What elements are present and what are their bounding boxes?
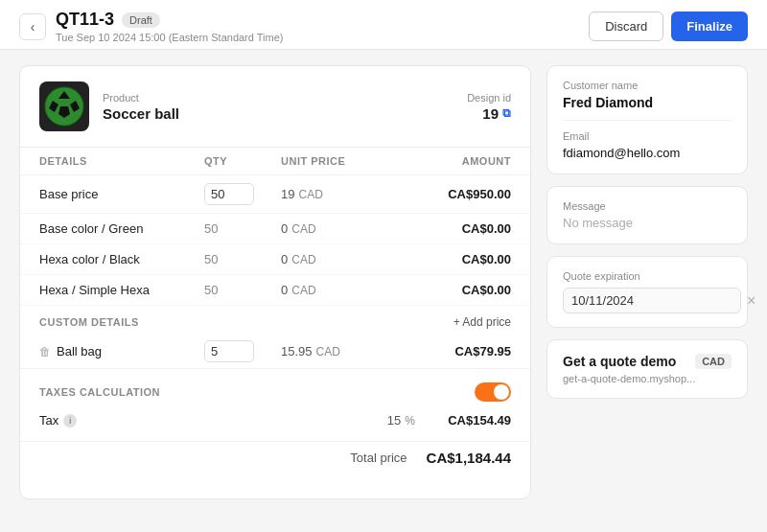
custom-unit-price-cell: 15.95 CAD (281, 344, 415, 359)
custom-row-name: 🗑 Ball bag (39, 344, 204, 359)
right-panel: Customer name Fred Diamond Email fdiamon… (546, 65, 748, 499)
row-name: Hexa / Simple Hexa (39, 283, 204, 297)
unit-price-cell: 0 CAD (281, 221, 415, 236)
main-content: Product Soccer ball Design id 19 ⧉ DETAI… (0, 50, 767, 515)
total-label: Total price (350, 451, 407, 465)
message-placeholder: No message (563, 216, 732, 230)
tax-amount: CA$154.49 (415, 413, 511, 428)
shop-card: Get a quote demo CAD get-a-quote-demo.my… (546, 339, 748, 399)
row-amount: CA$0.00 (415, 221, 511, 236)
back-button[interactable]: ‹ (19, 13, 46, 40)
custom-row-amount: CA$79.95 (415, 344, 511, 359)
unit-price-val: 0 (281, 252, 288, 266)
table-row: Hexa / Simple Hexa 50 0 CAD CA$0.00 (20, 275, 530, 306)
design-id-number: 19 (482, 105, 499, 122)
subtitle: Tue Sep 10 2024 15:00 (Eastern Standard … (56, 32, 283, 43)
customer-name-value: Fred Diamond (563, 95, 732, 110)
col-details-header: DETAILS (39, 155, 204, 167)
message-label: Message (563, 200, 732, 212)
currency-tag: CAD (291, 253, 315, 266)
custom-unit-price-val: 15.95 (281, 344, 313, 359)
row-amount: CA$950.00 (415, 187, 511, 201)
email-value: fdiamond@hello.com (563, 146, 732, 160)
message-card: Message No message (546, 186, 748, 244)
tax-info-icon[interactable]: i (63, 414, 77, 428)
qty-input[interactable] (204, 183, 254, 205)
row-amount: CA$0.00 (415, 283, 511, 297)
top-bar-left: ‹ QT11-3 Draft Tue Sep 10 2024 15:00 (Ea… (19, 10, 283, 43)
unit-price-val: 0 (281, 283, 288, 297)
currency-tag: CAD (291, 222, 315, 236)
shop-card-top: Get a quote demo CAD (563, 354, 732, 369)
total-row: Total price CA$1,184.44 (20, 441, 530, 474)
expiry-label: Quote expiration (563, 270, 732, 282)
product-name: Soccer ball (103, 105, 179, 122)
title-row: QT11-3 Draft (56, 10, 283, 30)
discard-button[interactable]: Discard (589, 12, 663, 41)
table-row: Base color / Green 50 0 CAD CA$0.00 (20, 214, 530, 244)
row-amount: CA$0.00 (415, 252, 511, 266)
custom-currency-tag: CAD (316, 345, 340, 359)
custom-section-label: CUSTOM DETAILS (39, 316, 139, 328)
taxes-header: TAXES CALCULATION (20, 377, 530, 407)
product-image (39, 81, 89, 131)
email-label: Email (563, 130, 732, 142)
top-actions: Discard Finalize (589, 12, 748, 41)
tax-label: Tax (39, 413, 58, 428)
left-panel: Product Soccer ball Design id 19 ⧉ DETAI… (19, 65, 531, 499)
unit-price-val: 19 (281, 187, 294, 201)
external-link-icon[interactable]: ⧉ (502, 106, 511, 120)
row-qty-static: 50 (204, 252, 281, 266)
tax-row: Tax i 15 % CA$154.49 (20, 407, 530, 433)
unit-price-val: 0 (281, 221, 288, 236)
unit-price-cell: 19 CAD (281, 187, 415, 201)
draft-badge: Draft (122, 12, 160, 28)
custom-item-name: Ball bag (57, 344, 102, 359)
details-table: DETAILS QTY UNIT PRICE AMOUNT Base price… (20, 148, 530, 481)
row-name: Hexa color / Black (39, 252, 204, 266)
toggle-knob (494, 384, 509, 400)
row-name: Base color / Green (39, 221, 204, 236)
product-header: Product Soccer ball Design id 19 ⧉ (20, 66, 530, 148)
col-qty-header: QTY (204, 155, 281, 167)
expiry-date-input[interactable] (563, 288, 741, 313)
custom-qty-input[interactable] (204, 340, 254, 362)
unit-price-cell: 0 CAD (281, 283, 415, 297)
design-id-value: 19 ⧉ (467, 105, 511, 122)
date-input-row: × (563, 288, 732, 313)
row-qty-static: 50 (204, 221, 281, 236)
design-id-area: Design id 19 ⧉ (467, 92, 511, 122)
finalize-button[interactable]: Finalize (671, 12, 748, 41)
add-price-button[interactable]: + Add price (453, 315, 511, 329)
unit-price-cell: 0 CAD (281, 252, 415, 266)
title-area: QT11-3 Draft Tue Sep 10 2024 15:00 (East… (56, 10, 283, 43)
back-icon: ‹ (31, 19, 35, 35)
tax-rate-unit: % (405, 414, 415, 428)
top-bar: ‹ QT11-3 Draft Tue Sep 10 2024 15:00 (Ea… (0, 0, 767, 50)
table-row: Hexa color / Black 50 0 CAD CA$0.00 (20, 244, 530, 275)
customer-name-label: Customer name (563, 80, 732, 91)
row-name: Base price (39, 187, 204, 201)
col-unit-header: UNIT PRICE (281, 155, 415, 167)
col-amount-header: AMOUNT (415, 155, 511, 167)
table-header: DETAILS QTY UNIT PRICE AMOUNT (20, 148, 530, 175)
taxes-section: TAXES CALCULATION Tax i 15 % CA$1 (20, 368, 530, 441)
page-title: QT11-3 (56, 10, 114, 30)
total-value: CA$1,184.44 (427, 450, 511, 466)
shop-currency-badge: CAD (695, 354, 732, 369)
clear-date-button[interactable]: × (747, 290, 755, 312)
tax-name-cell: Tax i (39, 413, 204, 428)
tax-rate: 15 (387, 413, 401, 428)
custom-row: 🗑 Ball bag 15.95 CAD CA$79.95 (20, 335, 530, 368)
shop-title: Get a quote demo (563, 354, 676, 369)
taxes-label: TAXES CALCULATION (39, 386, 160, 398)
taxes-toggle[interactable] (475, 382, 511, 402)
delete-icon[interactable]: 🗑 (39, 345, 51, 359)
table-row: Base price 19 CAD CA$950.00 (20, 175, 530, 214)
currency-tag: CAD (291, 284, 315, 297)
card-divider (563, 120, 732, 121)
shop-url: get-a-quote-demo.myshop... (563, 373, 732, 384)
custom-section-header: CUSTOM DETAILS + Add price (20, 306, 530, 335)
expiry-card: Quote expiration × (546, 256, 748, 328)
design-id-label: Design id (467, 92, 511, 104)
